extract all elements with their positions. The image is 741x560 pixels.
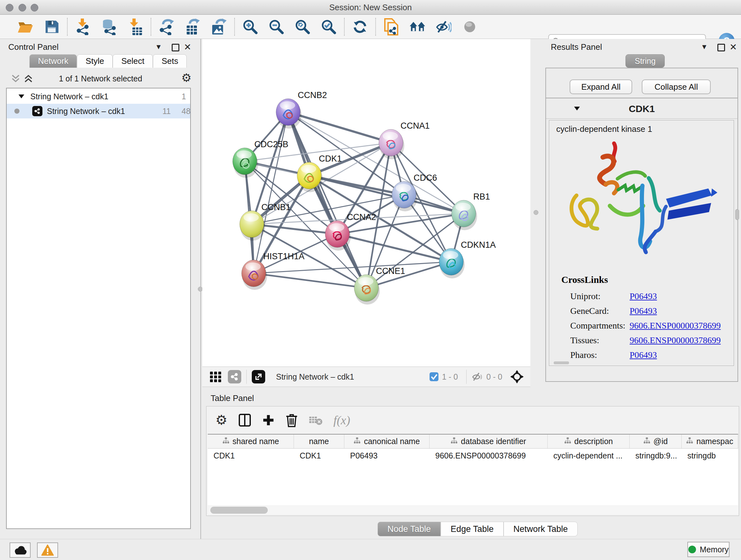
- node-RB1[interactable]: RB1: [452, 192, 490, 230]
- birds-eye-grid-icon[interactable]: [209, 370, 222, 383]
- results-panel-close-icon[interactable]: ✕: [730, 42, 737, 52]
- control-panel-menu-icon[interactable]: ▼: [155, 43, 162, 51]
- results-panel-menu-icon[interactable]: ▼: [701, 43, 708, 51]
- node-CCNA1[interactable]: CCNA1: [379, 121, 430, 159]
- table-cell[interactable]: stringdb:9...: [630, 449, 682, 462]
- show-columns-icon[interactable]: [239, 414, 251, 427]
- table-cell[interactable]: P06493: [344, 449, 429, 462]
- entry-hscrollbar-thumb[interactable]: [554, 361, 569, 364]
- crosslink-link[interactable]: P06493: [630, 306, 657, 316]
- edge-HIST1H1A-CCNE1[interactable]: [254, 273, 366, 288]
- tab-network[interactable]: Network: [29, 54, 77, 68]
- column-header-canonical-name[interactable]: canonical name: [344, 435, 429, 448]
- import-table-button[interactable]: [127, 18, 144, 36]
- tab-sets[interactable]: Sets: [153, 54, 187, 68]
- crosslinks-list: Uniprot:P06493GeneCard:P06493Compartment…: [570, 289, 730, 362]
- tab-select[interactable]: Select: [113, 54, 153, 68]
- open-session-button[interactable]: [17, 18, 34, 36]
- table-hscrollbar-thumb[interactable]: [210, 507, 268, 514]
- tab-style[interactable]: Style: [77, 54, 113, 68]
- column-header-description[interactable]: description: [548, 435, 630, 448]
- node-CDKN1A[interactable]: CDKN1A: [439, 240, 496, 278]
- column-header-namespac[interactable]: namespac: [682, 435, 738, 448]
- edge-CCNB2-CCNE1[interactable]: [288, 112, 366, 288]
- results-panel-float-icon[interactable]: [718, 44, 725, 51]
- network-canvas[interactable]: CCNB2CCNA1CDC25BCDK1CDC6RB1CCNB1CCNA2CDK…: [202, 39, 530, 367]
- control-panel-close-icon[interactable]: ✕: [184, 42, 191, 52]
- table-options-gear-icon[interactable]: ⚙: [215, 414, 227, 427]
- delete-column-trash-icon[interactable]: [286, 413, 298, 427]
- network-collection-row[interactable]: String Network – cdk1 1: [7, 89, 190, 104]
- table-cell[interactable]: CDK1: [294, 449, 344, 462]
- edge-CDK1-RB1[interactable]: [309, 176, 464, 213]
- export-network-button[interactable]: [158, 18, 175, 36]
- node-label-CDKN1A: CDKN1A: [461, 240, 496, 250]
- crosslink-link[interactable]: 9606.ENSP00000378699: [630, 335, 721, 346]
- node-table: shared namenamecanonical namedatabase id…: [208, 434, 738, 505]
- crosslink-label: Pharos:: [570, 350, 630, 360]
- zoom-out-button[interactable]: [268, 18, 285, 36]
- network-row[interactable]: String Network – cdk1 11 48: [7, 104, 190, 118]
- function-builder-icon-disabled: f(x): [333, 413, 350, 427]
- crosslink-link[interactable]: P06493: [630, 291, 657, 301]
- import-network-button[interactable]: [75, 18, 91, 36]
- table-cell[interactable]: CDK1: [208, 449, 294, 462]
- expand-all-button[interactable]: Expand All: [569, 79, 632, 94]
- window-title: Session: New Session: [0, 3, 741, 12]
- left-splitter-handle[interactable]: [198, 287, 203, 292]
- import-network-from-database-button[interactable]: [101, 18, 118, 36]
- tab-edge-table[interactable]: Edge Table: [441, 522, 503, 537]
- tab-node-table[interactable]: Node Table: [378, 522, 441, 537]
- collection-caret-icon[interactable]: [18, 94, 24, 99]
- open-in-new-window-icon[interactable]: [252, 370, 265, 383]
- table-cell[interactable]: stringdb: [682, 449, 738, 462]
- add-column-icon[interactable]: [262, 414, 275, 427]
- edge-CCNB2-CCNA1[interactable]: [288, 112, 391, 143]
- first-neighbors-button[interactable]: [409, 18, 426, 36]
- save-session-button[interactable]: [44, 18, 60, 36]
- export-image-button[interactable]: [211, 18, 227, 36]
- results-scrollbar-thumb[interactable]: [735, 209, 739, 220]
- table-hscrollbar[interactable]: [208, 506, 738, 514]
- results-panel: Results Panel ▼ ✕ String Expand All Coll…: [542, 39, 741, 382]
- edge-CCNB2-RB1[interactable]: [288, 112, 464, 213]
- network-share-icon[interactable]: [228, 370, 241, 383]
- show-all-button[interactable]: [461, 18, 478, 36]
- zoom-in-button[interactable]: [242, 18, 259, 36]
- fit-content-crosshair-icon[interactable]: [510, 370, 524, 384]
- node-CDC25B[interactable]: CDC25B: [232, 139, 288, 178]
- crosslink-link[interactable]: 9606.ENSP00000378699: [630, 320, 721, 331]
- results-tab-string[interactable]: String: [625, 54, 665, 68]
- right-splitter-handle[interactable]: [534, 210, 538, 215]
- table-cell[interactable]: 9606.ENSP00000378699: [429, 449, 548, 462]
- cloud-status-button[interactable]: [10, 543, 30, 558]
- eye-disabled-icon: [462, 19, 477, 34]
- column-header-name[interactable]: name: [294, 435, 344, 448]
- column-hierarchy-icon: [222, 437, 229, 446]
- table-panel: Table Panel ▼ ✕ ⚙: [202, 388, 741, 539]
- entry-header[interactable]: CDK1: [546, 99, 738, 119]
- column-header--id[interactable]: @id: [630, 435, 682, 448]
- column-header-shared-name[interactable]: shared name: [208, 435, 294, 448]
- hide-selected-button[interactable]: [435, 18, 452, 36]
- column-header-database-identifier[interactable]: database identifier: [429, 435, 548, 448]
- zoom-selected-button[interactable]: [320, 18, 337, 36]
- crosslink-link[interactable]: P06493: [630, 350, 657, 360]
- control-panel-float-icon[interactable]: [172, 44, 179, 51]
- zoom-fit-button[interactable]: [294, 18, 311, 36]
- node-label-CDC6: CDC6: [414, 173, 437, 183]
- memory-button[interactable]: Memory: [687, 542, 730, 557]
- warning-status-button[interactable]: [37, 543, 58, 558]
- table-cell[interactable]: cyclin-dependent ...: [548, 449, 630, 462]
- export-table-button[interactable]: [185, 18, 201, 36]
- node-CCNE1[interactable]: CCNE1: [354, 266, 405, 305]
- node-CCNB2[interactable]: CCNB2: [276, 90, 327, 129]
- table-row[interactable]: CDK1CDK1P064939606.ENSP00000378699cyclin…: [208, 449, 738, 462]
- string-protein-query-button[interactable]: [383, 18, 400, 36]
- selected-checkbox-icon[interactable]: [429, 372, 439, 381]
- network-options-gear-icon[interactable]: ⚙: [181, 72, 192, 84]
- tab-network-table[interactable]: Network Table: [503, 522, 578, 537]
- apply-layout-button[interactable]: [352, 18, 368, 36]
- collapse-all-button[interactable]: Collapse All: [642, 79, 711, 94]
- edge-CCNB2-HIST1H1A[interactable]: [254, 112, 288, 273]
